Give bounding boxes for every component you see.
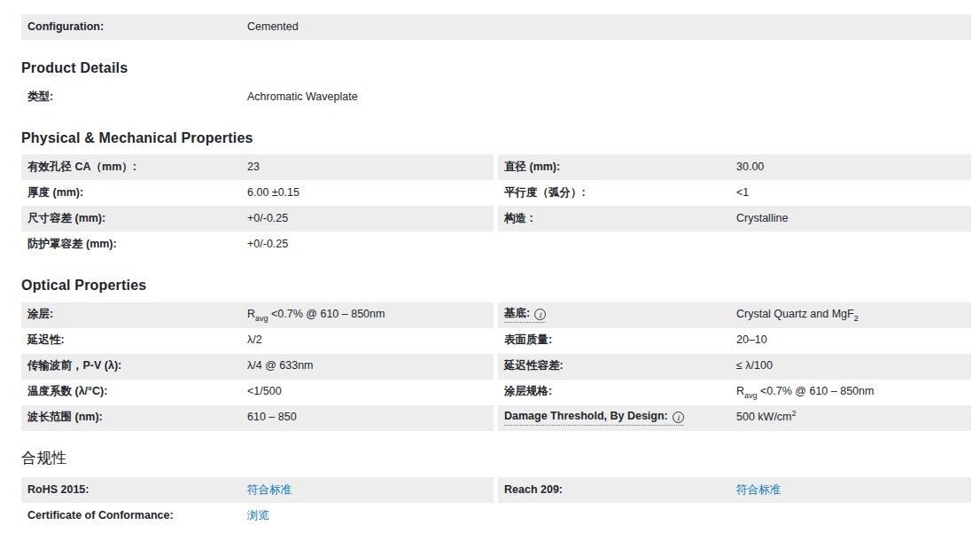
spec-row: 涂层:Ravg <0.7% @ 610 – 850nm基底:iCrystal Q… [21,302,971,328]
section-title-physical-mechanical-properties: Physical & Mechanical Properties [21,129,971,146]
spec-label: Reach 209: [498,483,736,498]
value-text: <0.7% @ 610 – 850nm [268,308,385,320]
spec-label: 延迟性: [21,333,247,348]
value-text: <0.7% @ 610 – 850nm [758,385,875,397]
spec-label: Damage Threshold, By Design:i [498,410,736,427]
spec-label: 涂层规格: [498,385,736,399]
spec-value: 30.00 [736,161,971,175]
spec-label: 类型: [21,90,247,105]
value-text: 500 kW/cm [736,411,792,423]
spec-label: 防护罩容差 (mm): [21,238,247,252]
spec-cell: 波长范围 (nm):610 – 850 [21,405,494,431]
info-icon[interactable]: i [534,309,546,320]
spec-cell: 温度系数 (λ/°C):<1/500 [21,380,494,405]
value-subscript: avg [744,391,758,400]
spec-label: RoHS 2015: [21,483,247,498]
value-text: R [736,385,744,397]
spec-row-full: Configuration:Cemented [21,14,971,40]
spec-cell-empty [498,231,971,257]
spec-row: 温度系数 (λ/°C):<1/500涂层规格:Ravg <0.7% @ 610 … [21,380,971,405]
spec-label: 波长范围 (nm): [21,411,247,425]
value-subscript: avg [255,314,268,323]
tooltip-label: Damage Threshold, By Design:i [504,410,684,427]
spec-cell: 基底:iCrystal Quartz and MgF2 [498,302,971,328]
spec-cell: Damage Threshold, By Design:i500 kW/cm2 [498,405,971,431]
spec-cell-empty [498,503,971,529]
value-text: +0/-0.25 [247,238,288,250]
spec-label-text: 基底: [504,307,530,319]
spec-value: 20–10 [736,333,971,348]
spec-cell: 厚度 (mm):6.00 ±0.15 [21,180,494,206]
spec-row: 厚度 (mm):6.00 ±0.15平行度（弧分）:<1 [21,180,971,206]
spec-label: 表面质量: [498,333,736,348]
spec-cell: 传输波前，P-V (λ):λ/4 @ 633nm [21,354,494,380]
spec-row-full: 类型:Achromatic Waveplate [21,84,971,110]
spec-value: 610 – 850 [247,411,494,425]
spec-label: Configuration: [21,20,247,35]
value-text: <1 [736,186,749,199]
spec-value: +0/-0.25 [247,238,494,252]
spec-label: 构造 : [498,212,736,226]
value-link[interactable]: 符合标准 [736,483,781,496]
value-text: λ/4 @ 633nm [247,359,314,372]
spec-label: 有效孔径 CA（mm）: [21,161,247,175]
value-text: Cemented [247,20,299,33]
spec-cell: 构造 :Crystalline [498,206,971,231]
spec-cell: 有效孔径 CA（mm）:23 [21,154,494,180]
spec-value: λ/4 @ 633nm [247,359,494,373]
spec-cell: 延迟性:λ/2 [21,328,494,354]
spec-value: λ/2 [247,333,494,348]
spec-label: 延迟性容差: [498,359,736,373]
section-title-product-details: Product Details [21,59,971,76]
value-text: <1/500 [247,385,282,397]
spec-cell: 表面质量:20–10 [498,328,971,354]
spec-value: ≤ λ/100 [736,359,971,373]
spec-value: Ravg <0.7% @ 610 – 850nm [247,308,494,322]
spec-cell: Certificate of Conformance:浏览 [21,503,494,529]
spec-cell: 延迟性容差:≤ λ/100 [498,354,971,380]
spec-label: 直径 (mm): [498,161,736,175]
section-title-合规性: 合规性 [21,450,971,467]
spec-row: 传输波前，P-V (λ):λ/4 @ 633nm延迟性容差:≤ λ/100 [21,354,971,380]
spec-label-text: Damage Threshold, By Design: [504,410,668,422]
spec-value: Crystal Quartz and MgF2 [736,308,971,322]
spec-row: 尺寸容差 (mm):+0/-0.25构造 :Crystalline [21,206,971,231]
spec-value: 符合标准 [247,483,494,498]
spec-row: 波长范围 (nm):610 – 850Damage Threshold, By … [21,405,971,431]
value-text: 20–10 [736,333,767,346]
spec-label: 平行度（弧分）: [498,186,736,200]
value-text: 610 – 850 [247,411,297,423]
spec-value: <1/500 [247,385,494,399]
spec-value: Achromatic Waveplate [247,90,971,105]
value-text: 23 [247,161,260,173]
spec-value: Crystalline [736,212,971,226]
spec-value: <1 [736,186,971,200]
spec-row: RoHS 2015:符合标准Reach 209:符合标准 [21,477,971,503]
value-text: ≤ λ/100 [736,359,773,372]
tooltip-label: 基底:i [504,307,546,324]
value-link[interactable]: 浏览 [247,509,269,521]
value-text: 30.00 [736,161,764,173]
spec-row: Configuration:Cemented [21,14,971,40]
value-text: 6.00 ±0.15 [247,186,299,199]
info-icon[interactable]: i [673,412,684,423]
spec-cell: 涂层:Ravg <0.7% @ 610 – 850nm [21,302,494,328]
spec-value: Ravg <0.7% @ 610 – 850nm [736,385,971,399]
spec-cell: 直径 (mm):30.00 [498,154,971,180]
spec-content: Configuration:CementedProduct Details类型:… [21,14,971,529]
value-text: R [247,308,255,320]
spec-value: +0/-0.25 [247,212,494,226]
spec-label: 温度系数 (λ/°C): [21,385,247,399]
spec-label: 基底:i [498,307,736,324]
spec-cell: Reach 209:符合标准 [498,477,971,503]
value-text: +0/-0.25 [247,212,288,224]
value-link[interactable]: 符合标准 [247,483,292,496]
spec-label: 涂层: [21,308,247,322]
spec-label: 厚度 (mm): [21,186,247,200]
spec-row: Certificate of Conformance:浏览 [21,503,971,529]
spec-value: 23 [247,161,494,175]
value-text: λ/2 [247,333,262,346]
spec-value: 6.00 ±0.15 [247,186,494,200]
value-text: Crystalline [736,212,788,224]
spec-cell: 涂层规格:Ravg <0.7% @ 610 – 850nm [498,380,971,405]
